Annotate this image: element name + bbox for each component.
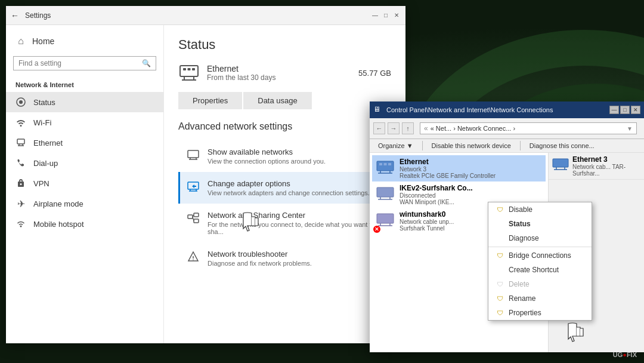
network-item-ethernet[interactable]: Ethernet Network 3 Realtek PCIe GBE Fami… bbox=[372, 155, 546, 182]
ctx-rename[interactable]: 🛡 Rename bbox=[488, 291, 592, 306]
home-icon: ⌂ bbox=[16, 36, 26, 47]
change-adapter-item[interactable]: Change adapter options View network adap… bbox=[178, 172, 391, 204]
status-icon bbox=[16, 97, 26, 107]
ctx-disable-label: Disable bbox=[509, 205, 532, 214]
ctx-rename-label: Rename bbox=[509, 294, 535, 303]
svg-rect-14 bbox=[188, 68, 191, 70]
sidebar-item-ethernet[interactable]: Ethernet bbox=[6, 133, 163, 153]
cp-organize-btn[interactable]: Organize ▼ bbox=[373, 140, 418, 151]
cp-address-bar[interactable]: « « Net... › Network Connec... › ▼ bbox=[420, 122, 637, 134]
cp-diagnose-btn[interactable]: Diagnose this conne... bbox=[525, 140, 599, 151]
cp-forward-btn[interactable]: → bbox=[388, 122, 400, 134]
hotspot-icon bbox=[16, 219, 26, 229]
page-title: Status bbox=[178, 37, 391, 53]
svg-point-8 bbox=[20, 226, 22, 227]
shield-bridge-icon: 🛡 bbox=[496, 251, 504, 260]
restore-button[interactable]: □ bbox=[382, 11, 390, 20]
sidebar-item-hotspot[interactable]: Mobile hotspot bbox=[6, 214, 163, 234]
button-row: Properties Data usage bbox=[178, 92, 391, 109]
ctx-bridge[interactable]: 🛡 Bridge Connections bbox=[488, 248, 592, 263]
sidebar-item-dialup-label: Dial-up bbox=[33, 159, 58, 168]
svg-rect-38 bbox=[377, 187, 394, 197]
titlebar-title: Settings bbox=[25, 11, 371, 20]
sidebar-item-status[interactable]: Status bbox=[6, 92, 163, 112]
diagnose-label: Diagnose this conne... bbox=[530, 142, 595, 149]
svg-rect-35 bbox=[379, 163, 382, 165]
properties-button[interactable]: Properties bbox=[178, 92, 242, 109]
ctx-bridge-label: Bridge Connections bbox=[509, 251, 571, 260]
ethernet-card-icon bbox=[178, 62, 200, 84]
advanced-section-title: Advanced network settings bbox=[178, 121, 391, 132]
cp-back-btn[interactable]: ← bbox=[373, 122, 385, 134]
network-item-ethernet3[interactable]: Ethernet 3 Network cab... TAR-Surfshar..… bbox=[549, 153, 644, 180]
cp-title-text: Control Panel\Network and Internet\Netwo… bbox=[386, 106, 606, 113]
change-adapter-icon bbox=[186, 179, 200, 193]
ikev2-list-sub1: Disconnected bbox=[400, 192, 542, 199]
cp-titlebar: 🖥 Control Panel\Network and Internet\Net… bbox=[370, 101, 644, 118]
show-networks-desc: View the connection options around you. bbox=[208, 158, 385, 165]
cp-close-btn[interactable]: ✕ bbox=[631, 106, 640, 114]
cp-restore-btn[interactable]: □ bbox=[620, 106, 630, 114]
troubleshooter-item[interactable]: Network troubleshooter Diagnose and fix … bbox=[178, 242, 391, 274]
context-menu: 🛡 Disable Status Diagnose 🛡 Bridge Conne… bbox=[488, 202, 592, 321]
svg-rect-15 bbox=[192, 68, 195, 70]
cp-disable-btn[interactable]: Disable this network device bbox=[427, 140, 516, 151]
cp-minimize-btn[interactable]: — bbox=[609, 106, 619, 114]
change-adapter-text: Change adapter options View network adap… bbox=[208, 179, 385, 196]
cp-toolbar-sep1 bbox=[422, 141, 423, 150]
ctx-shortcut-label: Create Shortcut bbox=[509, 266, 559, 274]
ctx-status[interactable]: Status bbox=[488, 217, 592, 231]
ethernet-info: Ethernet From the last 30 days bbox=[207, 64, 351, 82]
sharing-center-item[interactable]: Network and Sharing Center For the netwo… bbox=[178, 204, 391, 242]
sharing-center-label: Network and Sharing Center bbox=[208, 211, 385, 220]
troubleshooter-label: Network troubleshooter bbox=[208, 250, 385, 259]
minimize-button[interactable]: — bbox=[371, 11, 379, 20]
ctx-properties[interactable]: 🛡 Properties bbox=[488, 306, 592, 320]
ctx-shortcut[interactable]: Create Shortcut bbox=[488, 263, 592, 277]
sidebar-home-item[interactable]: ⌂ Home bbox=[6, 30, 163, 53]
ctx-sep1 bbox=[488, 247, 592, 247]
svg-rect-36 bbox=[384, 163, 387, 165]
cp-toolbar: Organize ▼ Disable this network device D… bbox=[370, 139, 644, 153]
sharing-center-desc: For the networks you connect to, decide … bbox=[208, 221, 385, 235]
close-button[interactable]: ✕ bbox=[392, 11, 401, 20]
search-input[interactable] bbox=[18, 59, 138, 67]
ethernet3-name: Ethernet 3 bbox=[572, 155, 640, 164]
ctx-diagnose[interactable]: Diagnose bbox=[488, 231, 592, 245]
svg-line-28 bbox=[193, 217, 194, 221]
sidebar-item-status-label: Status bbox=[33, 98, 55, 107]
svg-point-3 bbox=[19, 100, 23, 104]
ctx-status-label: Status bbox=[509, 220, 531, 228]
ethernet-sub: From the last 30 days bbox=[207, 73, 351, 82]
airplane-icon: ✈ bbox=[16, 198, 26, 209]
shield-delete-icon: 🛡 bbox=[496, 280, 504, 288]
sharing-center-icon bbox=[186, 211, 200, 225]
organize-label: Organize bbox=[378, 142, 405, 149]
svg-rect-42 bbox=[377, 214, 394, 223]
sidebar-item-dialup[interactable]: Dial-up bbox=[6, 153, 163, 173]
sidebar-item-airplane[interactable]: ✈ Airplane mode bbox=[6, 193, 163, 214]
ikev2-list-name: IKEv2-Surfshark Co... bbox=[400, 184, 542, 192]
cp-toolbar-sep2 bbox=[520, 141, 521, 150]
ctx-delete: 🛡 Delete bbox=[488, 277, 592, 291]
ethernet-list-sub2: Realtek PCIe GBE Family Controller bbox=[400, 173, 542, 179]
data-usage-button[interactable]: Data usage bbox=[243, 92, 312, 109]
sidebar-item-wifi[interactable]: Wi-Fi bbox=[6, 112, 163, 133]
settings-window: ← Settings — □ ✕ ⌂ Home 🔍 Network & Inte… bbox=[6, 6, 405, 343]
search-box[interactable]: 🔍 bbox=[13, 56, 156, 70]
ctx-disable[interactable]: 🛡 Disable bbox=[488, 202, 592, 217]
shield-rename-icon: 🛡 bbox=[496, 294, 504, 303]
show-networks-item[interactable]: Show available networks View the connect… bbox=[178, 140, 391, 172]
sidebar-item-vpn[interactable]: VPN bbox=[6, 173, 163, 193]
ethernet3-sub: Network cab... TAR-Surfshar... bbox=[572, 164, 640, 177]
cp-up-btn[interactable]: ↑ bbox=[402, 122, 414, 134]
titlebar: ← Settings — □ ✕ bbox=[6, 6, 405, 25]
show-networks-text: Show available networks View the connect… bbox=[208, 147, 385, 165]
cp-title-icon: 🖥 bbox=[373, 105, 383, 115]
svg-rect-16 bbox=[188, 150, 199, 158]
titlebar-controls: — □ ✕ bbox=[371, 11, 401, 20]
change-adapter-desc: View network adapters and change connect… bbox=[208, 189, 385, 196]
dialup-icon bbox=[16, 158, 26, 168]
back-button[interactable]: ← bbox=[11, 11, 19, 20]
svg-rect-9 bbox=[180, 66, 198, 76]
